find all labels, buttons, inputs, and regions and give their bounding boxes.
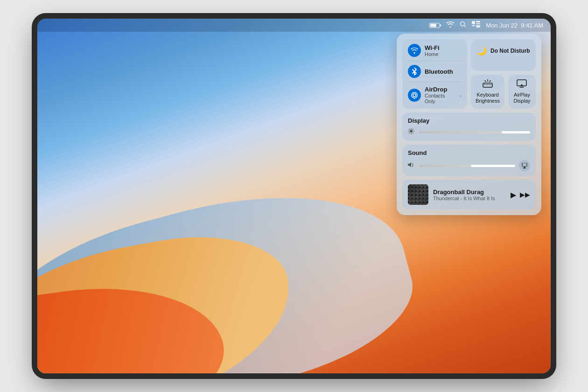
svg-rect-4 [476, 23, 480, 24]
forward-button[interactable]: ▶▶ [520, 191, 530, 199]
wifi-row[interactable]: Wi-Fi Home [408, 44, 462, 57]
volume-slider-track[interactable] [418, 165, 515, 167]
sound-section: Sound [402, 145, 536, 176]
svg-point-7 [412, 92, 417, 98]
song-artist: Thundercat - It Is What It Is [433, 196, 506, 201]
volume-slider-row [408, 160, 530, 171]
dnd-row: 🌙 Do Not Disturb [476, 44, 530, 58]
play-button[interactable]: ▶ [511, 190, 516, 199]
airplay-display-tile[interactable]: AirPlay Display [508, 75, 536, 109]
wifi-icon-circle [408, 44, 421, 57]
keyboard-brightness-tile[interactable]: Keyboard Brightness [471, 75, 504, 109]
sound-airplay-button[interactable] [519, 160, 530, 171]
time-display: 9:41 AM [521, 22, 543, 29]
svg-rect-3 [476, 21, 480, 22]
airdrop-subtitle: Contacts Only [425, 93, 456, 104]
brightness-slider-row [408, 128, 530, 136]
display-label: Display [408, 117, 530, 124]
battery-fill [430, 24, 436, 27]
right-tiles: 🌙 Do Not Disturb [471, 39, 536, 109]
svg-line-18 [490, 80, 490, 82]
svg-rect-13 [487, 84, 488, 85]
connectivity-tile[interactable]: Wi-Fi Home Bluet [402, 39, 467, 109]
album-art [408, 184, 428, 205]
album-art-inner [408, 184, 428, 205]
svg-rect-14 [489, 84, 490, 85]
brightness-slider-fill [418, 131, 502, 133]
search-menubar-icon[interactable] [460, 21, 466, 29]
battery-body [429, 23, 440, 28]
brightness-icon [408, 128, 414, 136]
song-title: Dragonball Durag [433, 189, 506, 196]
wifi-menubar-icon[interactable] [447, 21, 454, 29]
desktop: Mon Jun 22 9:41 AM [37, 19, 551, 373]
volume-icon [408, 162, 414, 169]
control-center-menubar-icon[interactable] [472, 21, 480, 29]
dnd-label: Do Not Disturb [490, 48, 530, 54]
bluetooth-row[interactable]: Bluetooth [408, 65, 462, 78]
divider2 [408, 82, 462, 82]
svg-point-8 [413, 94, 416, 97]
volume-slider-fill [418, 165, 471, 167]
screen-wrapper: Mon Jun 22 9:41 AM [37, 19, 551, 373]
now-playing-tile[interactable]: Dragonball Durag Thundercat - It Is What… [402, 180, 536, 210]
airdrop-label: AirDrop [425, 86, 456, 93]
bluetooth-icon-circle [408, 65, 421, 78]
sound-label: Sound [408, 149, 530, 156]
bluetooth-text: Bluetooth [425, 68, 453, 75]
svg-rect-12 [485, 84, 486, 85]
svg-point-22 [410, 130, 413, 133]
svg-point-0 [461, 22, 465, 26]
wifi-text: Wi-Fi Home [425, 44, 440, 57]
bluetooth-label: Bluetooth [425, 68, 453, 75]
svg-rect-32 [522, 163, 527, 167]
svg-line-1 [464, 26, 466, 28]
wifi-label: Wi-Fi [425, 44, 440, 51]
playback-controls: ▶ ▶▶ [511, 190, 530, 199]
svg-line-17 [485, 80, 486, 82]
svg-rect-15 [490, 84, 491, 85]
keyboard-brightness-icon [483, 79, 493, 90]
wifi-subtitle: Home [425, 51, 440, 57]
date-display: Mon Jun 22 [486, 22, 518, 29]
svg-line-29 [413, 129, 413, 129]
airdrop-text: AirDrop Contacts Only [425, 86, 456, 104]
svg-rect-6 [476, 25, 480, 28]
svg-line-30 [409, 133, 409, 133]
svg-rect-11 [484, 84, 485, 85]
menubar-datetime[interactable]: Mon Jun 22 9:41 AM [486, 22, 543, 29]
battery-tip [440, 24, 441, 27]
song-info: Dragonball Durag Thundercat - It Is What… [433, 189, 506, 201]
control-center-panel: Wi-Fi Home Bluet [397, 34, 541, 215]
keyboard-brightness-label: Keyboard Brightness [476, 92, 500, 104]
display-section: Display [402, 112, 536, 141]
svg-rect-5 [472, 25, 475, 26]
brightness-slider-track[interactable] [418, 131, 530, 133]
airplay-display-label: AirPlay Display [513, 92, 531, 104]
menubar-right: Mon Jun 22 9:41 AM [429, 21, 543, 29]
battery-icon[interactable] [429, 23, 441, 28]
bottom-right-tiles: Keyboard Brightness AirPlay Display [471, 75, 536, 109]
moon-icon: 🌙 [476, 46, 487, 56]
svg-line-28 [413, 133, 413, 133]
svg-line-27 [409, 129, 409, 129]
svg-rect-2 [472, 21, 475, 24]
svg-rect-10 [483, 83, 492, 87]
airdrop-row[interactable]: AirDrop Contacts Only › [408, 86, 462, 104]
do-not-disturb-tile[interactable]: 🌙 Do Not Disturb [471, 39, 536, 71]
airdrop-icon-circle [408, 89, 421, 102]
airdrop-arrow: › [460, 92, 462, 98]
svg-marker-20 [520, 84, 523, 86]
airplay-display-icon [517, 79, 527, 90]
menubar: Mon Jun 22 9:41 AM [37, 19, 551, 32]
divider [408, 61, 462, 61]
tiles-top: Wi-Fi Home Bluet [402, 39, 536, 109]
